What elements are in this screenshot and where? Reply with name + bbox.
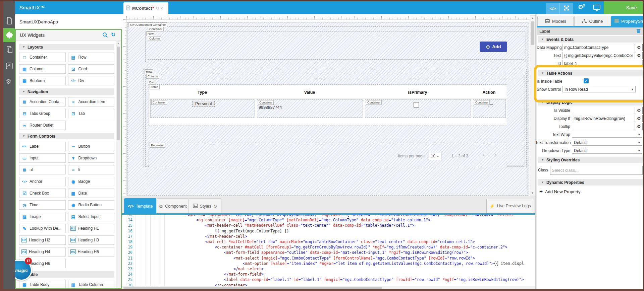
table-widget[interactable]: Table Type Value isPrimary Action Contai…	[149, 84, 507, 126]
widget-button[interactable]: ▬Button	[68, 142, 115, 151]
widget-heading-h2[interactable]: H2Heading H2	[19, 235, 66, 245]
widget-badge[interactable]: ◉Badge	[68, 177, 115, 186]
widget-heading-h5[interactable]: H5Heading H5	[68, 247, 115, 257]
widget-section-header[interactable]: ▼Form Controls	[19, 133, 114, 139]
widget-div[interactable]: </>Div	[68, 76, 115, 85]
activity-publish-button[interactable]	[6, 62, 13, 70]
tab-component[interactable]: ⚙ Component	[157, 198, 189, 214]
canvas-scroll-down-icon[interactable]: ▼	[530, 192, 535, 195]
tab-refresh-icon[interactable]: ↻	[156, 6, 159, 11]
tab-propertysheet[interactable]: PropertySheet	[611, 16, 644, 26]
activity-pages-button[interactable]	[6, 46, 13, 54]
widget-lookup-with-de[interactable]: ✎Lookup With De...	[19, 224, 66, 233]
widget-date[interactable]: ▦Date	[68, 189, 115, 198]
canvas-scrollbar-thumb[interactable]	[531, 21, 534, 45]
paginator-widget[interactable]: Paginator Items per page: 10 ▼ 1 – 3 of …	[149, 143, 507, 167]
activity-documents-button[interactable]	[6, 17, 13, 25]
code-view-toggle[interactable]: </>	[546, 3, 560, 14]
section-dynamic-properties[interactable]: ▼Dynamic Properties	[538, 179, 643, 186]
activity-settings-button[interactable]: ⚙	[6, 78, 13, 86]
activity-widgets-button[interactable]	[3, 28, 15, 42]
widget-radio-button[interactable]: ◉Radio Button	[68, 200, 115, 210]
widget-image[interactable]: ▨Image	[19, 212, 66, 221]
class-input[interactable]: Select class...	[550, 166, 643, 175]
settings-cogs-button[interactable]: ⚙⚙	[578, 3, 589, 13]
table-cell-type[interactable]: Container Personal	[150, 99, 255, 118]
tab-template[interactable]: </> Template	[124, 198, 156, 214]
widget-heading-h1[interactable]: H1Heading H1	[68, 224, 115, 233]
text-input[interactable]: {{ mg.getDisplayValue(mgc.ComboCor	[562, 52, 635, 59]
widget-li[interactable]: ≡li	[68, 165, 115, 174]
widgets-scrollbar-thumb[interactable]	[117, 47, 120, 140]
text-wrap-select[interactable]: ▼	[572, 131, 642, 138]
widget-subform[interactable]: ▦Subform	[19, 76, 66, 85]
code-editor[interactable]: 131415161718192021222324252627 <mat-row …	[122, 215, 535, 286]
preview-monitor-button[interactable]	[593, 4, 603, 13]
widget-time[interactable]: ◷Time	[19, 200, 66, 210]
widgets-scrollbar[interactable]: ▲	[116, 41, 120, 288]
styles-refresh-icon[interactable]: ↻	[213, 204, 217, 209]
widget-table-column[interactable]: ▥Table Column	[68, 280, 115, 288]
is-visible-gear-button[interactable]: ⚙	[635, 107, 643, 114]
canvas-scrollbar[interactable]: ▲ ▼	[530, 15, 535, 196]
widget-select-input[interactable]: ▤Select Input	[68, 212, 115, 221]
add-button[interactable]: ⊕ Add	[480, 42, 507, 52]
document-tab[interactable]: MContact * ↻ ×	[123, 2, 168, 14]
tab-close-icon[interactable]: ×	[160, 6, 163, 11]
text-gear-button[interactable]: ⚙	[635, 52, 643, 59]
trash-icon[interactable]	[636, 28, 641, 34]
widget-dropdown[interactable]: ▼Dropdown	[68, 153, 115, 163]
table-cell-action[interactable]: Container	[473, 99, 506, 118]
refresh-icon[interactable]: ↻	[111, 31, 115, 38]
design-surface[interactable]: XPA Component Container Container Row Co…	[126, 19, 530, 196]
table-cell-isprimary[interactable]: Container	[365, 99, 471, 118]
widget-tabs-group[interactable]: ⊟Tabs Group	[19, 109, 66, 118]
is-visible-input[interactable]	[572, 107, 635, 114]
widget-table-body[interactable]: ▦Table Body	[19, 280, 66, 288]
widget-tab[interactable]: ⊡Tab	[68, 109, 115, 118]
data-mapping-input[interactable]: mgc.ComboContactType	[562, 44, 635, 51]
tooltip-gear-button[interactable]: ⚙	[635, 123, 643, 130]
widget-anchor[interactable]: <a>Anchor	[19, 177, 66, 186]
widget-section-header[interactable]: ▼Navigation	[19, 88, 114, 95]
widget-row[interactable]: ▤Row	[68, 53, 115, 62]
column1-box[interactable]: Column	[147, 36, 524, 60]
section-styling-overrides[interactable]: ▼Styling Overrides	[538, 157, 643, 163]
section-events-data[interactable]: ▼Events & Data	[538, 36, 643, 43]
widget-section-header[interactable]: ▼Table	[19, 271, 114, 278]
value-input-widget[interactable]: 9998887744	[259, 105, 282, 110]
tab-outline[interactable]: Outline	[574, 16, 610, 26]
data-mapping-gear-button[interactable]: ⚙	[635, 44, 643, 51]
display-if-input[interactable]: !mg.isRowInRowEditing(row)	[572, 115, 635, 122]
widget-heading-h4[interactable]: H4Heading H4	[19, 247, 66, 257]
widgets-scroll-area[interactable]: ▼Layouts□Container▤Row▥Column⊡Card▦Subfo…	[19, 41, 114, 288]
tooltip-input[interactable]	[572, 123, 635, 130]
dropdown-type-select[interactable]: Default▼	[572, 147, 642, 154]
widget-heading-h3[interactable]: H3Heading H3	[68, 235, 115, 245]
widget-column[interactable]: ▥Column	[19, 64, 66, 74]
add-new-property-button[interactable]: + Add New Property	[539, 188, 580, 195]
widget-label[interactable]: abcLabel	[19, 142, 66, 151]
live-preview-logs-button[interactable]: ⚡ Live Preview Logs	[486, 199, 534, 213]
canvas-scroll-up-icon[interactable]: ▲	[530, 17, 535, 20]
widget-ul[interactable]: ≣ul	[19, 165, 66, 174]
table-header-value[interactable]: Value	[257, 90, 362, 95]
save-button[interactable]: Save	[604, 1, 644, 14]
table-header-action[interactable]: Action	[473, 90, 505, 95]
code-hscrollbar-thumb[interactable]	[123, 287, 382, 289]
widget-input[interactable]: ▭Input	[19, 153, 66, 163]
widget-accordion-item[interactable]: ≡Accordion Item	[68, 97, 115, 106]
widget-check-box[interactable]: ☑Check Box	[19, 189, 66, 198]
display-if-gear-button[interactable]: ⚙	[635, 115, 643, 122]
table-header-isprimary[interactable]: isPrimary	[365, 90, 470, 95]
page-size-select[interactable]: 10 ▼	[429, 152, 441, 160]
table-cell-value[interactable]: Container 9998887744	[257, 99, 363, 118]
page-previous-icon[interactable]: ‹	[483, 152, 485, 158]
widget-accordion-conta[interactable]: ≣Accordion Conta...	[19, 97, 66, 106]
tab-models[interactable]: Models	[537, 16, 574, 26]
project-name[interactable]: SmartUXDemoApp	[19, 19, 58, 24]
table-header-type[interactable]: Type	[150, 90, 254, 95]
widget-section-header[interactable]: ▼Layouts	[19, 44, 114, 50]
isprimary-checkbox[interactable]	[414, 102, 419, 107]
scroll-up-icon[interactable]: ▲	[116, 42, 120, 45]
